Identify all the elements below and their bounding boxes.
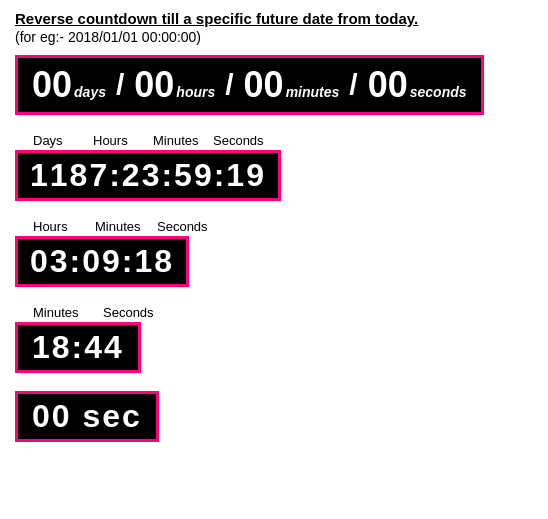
main-hours-num: 00 (134, 64, 174, 106)
main-minutes-num: 00 (244, 64, 284, 106)
ms-countdown-section: Minutes Seconds 18:44 (15, 305, 533, 373)
label-seconds: Seconds (213, 133, 273, 148)
main-days-segment: 00days (32, 64, 106, 106)
sep-1: / (116, 68, 124, 102)
main-countdown-display: 00days / 00hours / 00minutes / 00seconds (15, 55, 484, 115)
full-countdown-labels: Days Hours Minutes Seconds (15, 133, 533, 148)
ms-countdown-box: 18:44 (15, 322, 141, 373)
label-hours2: Hours (33, 219, 95, 234)
main-hours-segment: 00hours (134, 64, 215, 106)
sep-3: / (349, 68, 357, 102)
ms-countdown-labels: Minutes Seconds (15, 305, 533, 320)
ms-countdown-value: 18:44 (32, 329, 124, 365)
full-countdown-section: Days Hours Minutes Seconds 1187:23:59:19 (15, 133, 533, 201)
main-days-label: days (74, 84, 106, 100)
hms-countdown-value: 03:09:18 (30, 243, 174, 279)
main-seconds-num: 00 (368, 64, 408, 106)
label-hours: Hours (93, 133, 153, 148)
hms-countdown-box: 03:09:18 (15, 236, 189, 287)
main-seconds-label: seconds (410, 84, 467, 100)
label-seconds3: Seconds (103, 305, 173, 320)
sec-countdown-value: 00 sec (32, 398, 142, 434)
label-minutes3: Minutes (33, 305, 103, 320)
sec-countdown-section: 00 sec (15, 391, 533, 442)
label-seconds2: Seconds (157, 219, 219, 234)
page-subtitle: (for eg:- 2018/01/01 00:00:00) (15, 29, 533, 45)
hms-countdown-section: Hours Minutes Seconds 03:09:18 (15, 219, 533, 287)
full-countdown-value: 1187:23:59:19 (30, 157, 266, 193)
hms-countdown-labels: Hours Minutes Seconds (15, 219, 533, 234)
page-title: Reverse countdown till a specific future… (15, 10, 533, 27)
sec-countdown-box: 00 sec (15, 391, 159, 442)
main-hours-label: hours (176, 84, 215, 100)
main-minutes-label: minutes (286, 84, 340, 100)
sep-2: / (225, 68, 233, 102)
main-minutes-segment: 00minutes (244, 64, 340, 106)
label-days: Days (33, 133, 93, 148)
main-seconds-segment: 00seconds (368, 64, 467, 106)
full-countdown-box: 1187:23:59:19 (15, 150, 281, 201)
label-minutes2: Minutes (95, 219, 157, 234)
main-days-num: 00 (32, 64, 72, 106)
label-minutes: Minutes (153, 133, 213, 148)
